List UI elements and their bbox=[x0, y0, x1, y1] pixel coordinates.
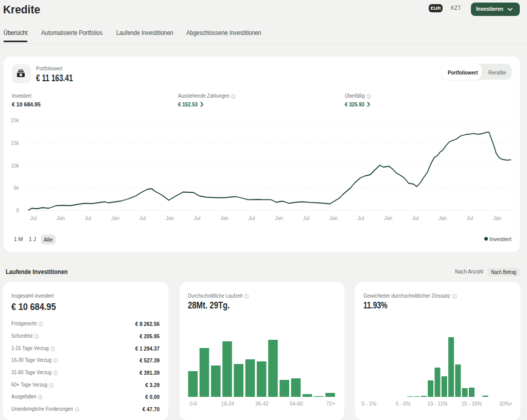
svg-text:Jul: Jul bbox=[139, 215, 146, 221]
svg-text:20%+: 20%+ bbox=[499, 401, 513, 407]
svg-text:Jan: Jan bbox=[57, 215, 65, 221]
svg-text:Jan: Jan bbox=[493, 215, 501, 221]
svg-text:15 - 16%: 15 - 16% bbox=[461, 401, 482, 407]
svg-text:Jul: Jul bbox=[412, 215, 419, 221]
svg-text:18-24: 18-24 bbox=[221, 401, 235, 407]
svg-text:Jul: Jul bbox=[303, 215, 310, 221]
svg-text:5k: 5k bbox=[13, 185, 20, 191]
svg-text:72+: 72+ bbox=[326, 401, 335, 407]
svg-text:Jan: Jan bbox=[220, 215, 229, 221]
svg-text:Jan: Jan bbox=[384, 215, 392, 221]
svg-text:Jan: Jan bbox=[275, 215, 283, 221]
svg-text:0: 0 bbox=[16, 208, 19, 213]
svg-text:0-6: 0-6 bbox=[189, 401, 197, 407]
svg-text:54-60: 54-60 bbox=[290, 401, 303, 407]
svg-text:15k: 15k bbox=[11, 140, 20, 146]
svg-text:36-42: 36-42 bbox=[255, 401, 269, 407]
svg-text:Jan: Jan bbox=[438, 215, 447, 221]
svg-text:10 - 11%: 10 - 11% bbox=[427, 401, 447, 407]
svg-text:Jul: Jul bbox=[194, 215, 201, 221]
svg-text:10k: 10k bbox=[11, 163, 20, 169]
svg-text:Jan: Jan bbox=[166, 215, 174, 221]
svg-text:Jan: Jan bbox=[329, 215, 338, 221]
svg-text:Jan: Jan bbox=[111, 215, 119, 221]
svg-text:Jul: Jul bbox=[467, 215, 473, 221]
svg-text:Jul: Jul bbox=[85, 215, 92, 221]
svg-text:Jul: Jul bbox=[358, 215, 364, 221]
svg-text:0 - 1%: 0 - 1% bbox=[362, 401, 377, 407]
svg-text:Jul: Jul bbox=[249, 215, 255, 221]
svg-text:Jul: Jul bbox=[30, 215, 37, 221]
svg-text:5 - 6%: 5 - 6% bbox=[396, 401, 411, 407]
svg-text:20k: 20k bbox=[11, 118, 20, 123]
